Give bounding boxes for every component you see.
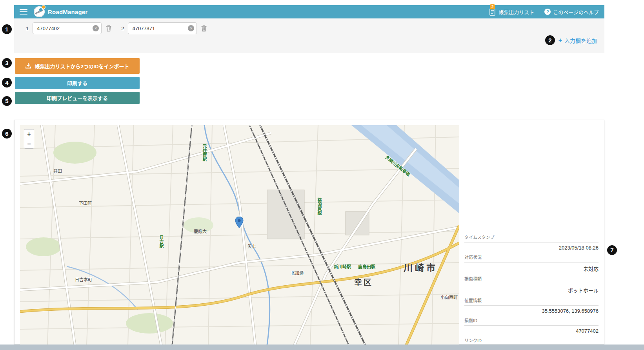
map-label-yagami: 矢上 xyxy=(247,243,256,249)
annotation-badge-2: 2 xyxy=(545,35,555,45)
annotation-badge-3: 3 xyxy=(2,58,12,68)
zoom-out-button[interactable]: − xyxy=(24,139,34,148)
detail-label: 損傷種類 xyxy=(464,275,599,284)
detail-value: ポットホール xyxy=(464,284,599,295)
zoom-in-button[interactable]: + xyxy=(24,129,34,139)
app-logo xyxy=(34,6,45,17)
map-label-motosumiyoshi: 元住吉駅 xyxy=(201,144,207,161)
window-bottom-edge xyxy=(0,345,644,350)
detail-label: 位置情報 xyxy=(464,297,599,306)
map-label-shinkawasaki: 新川崎駅 xyxy=(334,263,351,270)
map-label-hiyoshi-sta: 日吉駅 xyxy=(158,235,164,248)
map-label-kashimada: 鹿島田駅 xyxy=(358,263,375,270)
help-icon: ? xyxy=(544,9,551,15)
damage-id-input-2[interactable] xyxy=(128,22,197,34)
hamburger-menu-icon[interactable] xyxy=(20,9,27,15)
report-list-label: 帳票出力リスト xyxy=(498,8,534,16)
detail-value: 未対応 xyxy=(464,262,599,274)
id-input-row: 1 × 2 × xyxy=(26,22,213,34)
download-icon xyxy=(25,63,31,69)
logo-notification-dot xyxy=(42,5,45,9)
delete-input-1-icon[interactable] xyxy=(106,24,113,32)
detail-row-damage-id: 損傷ID 47077402 xyxy=(464,317,599,335)
header-right: 2 帳票出力リスト ? このページのヘルプ xyxy=(489,8,599,16)
import-ids-button[interactable]: 帳票出力リストから2つのIDをインポート xyxy=(15,58,140,74)
help-label: このページのヘルプ xyxy=(553,8,599,16)
map-label-kawasaki-city: 川崎市 xyxy=(404,261,438,274)
map-label-ida: 井田 xyxy=(53,168,62,174)
print-preview-button[interactable]: 印刷プレビューを表示する xyxy=(15,92,140,104)
annotation-badge-5: 5 xyxy=(2,96,12,106)
input-index-2: 2 xyxy=(121,26,124,31)
add-input-field-label: 入力欄を追加 xyxy=(564,36,597,44)
detail-row-location: 位置情報 35.5553076, 139.658976 xyxy=(464,297,599,315)
app-title: RoadManager xyxy=(48,9,87,15)
page-help-button[interactable]: ? このページのヘルプ xyxy=(544,8,599,16)
add-input-field-button[interactable]: + 入力欄を追加 xyxy=(558,36,597,44)
detail-value: 47077402 xyxy=(464,326,599,335)
app-header: RoadManager 2 帳票出力リスト ? このページのヘルプ xyxy=(14,5,604,18)
id-input-wrap-2: × xyxy=(128,22,197,34)
page: RoadManager 2 帳票出力リスト ? このページのヘルプ xyxy=(0,0,644,350)
detail-row-status: 対応状況 未対応 xyxy=(464,254,599,274)
print-button[interactable]: 印刷する xyxy=(15,77,140,89)
delete-input-2-icon[interactable] xyxy=(201,24,208,32)
id-input-wrap-1: × xyxy=(33,22,102,34)
detail-row-damage-type: 損傷種類 ポットホール xyxy=(464,275,599,295)
import-ids-label: 帳票出力リストから2つのIDをインポート xyxy=(35,62,129,70)
annotation-badge-7: 7 xyxy=(607,245,617,255)
print-label: 印刷する xyxy=(67,79,87,87)
print-preview-label: 印刷プレビューを表示する xyxy=(47,94,108,102)
map-label-komukainishimachi: 小向西町 xyxy=(440,294,458,300)
detail-value: 2023/05/18 08:26 xyxy=(464,242,599,252)
map-view[interactable]: 元住吉駅 井田 下田町 日吉駅 慶應大 矢上 北加瀬 日吉本町 新川崎駅 鹿島田… xyxy=(20,125,459,345)
map-label-kitakase: 北加瀬 xyxy=(291,270,304,276)
id-input-section: 1 × 2 × + 入力欄を追加 xyxy=(14,18,604,53)
annotation-badge-4: 4 xyxy=(2,78,12,88)
map-card: 元住吉駅 井田 下田町 日吉駅 慶應大 矢上 北加瀬 日吉本町 新川崎駅 鹿島田… xyxy=(14,120,604,345)
input-index-1: 1 xyxy=(26,26,29,31)
detail-label: タイムスタンプ xyxy=(464,234,599,242)
detail-label: 対応状況 xyxy=(464,254,599,262)
annotation-badge-1: 1 xyxy=(2,24,12,34)
map-label-saiwai-ward: 幸区 xyxy=(354,276,373,288)
map-label-shimodacho: 下田町 xyxy=(79,200,92,206)
map-label-yokosuka-line: 横須賀線 xyxy=(316,198,322,215)
map-label-keiodai: 慶應大 xyxy=(194,228,207,234)
document-icon: 2 xyxy=(489,8,496,16)
detail-label: 損傷ID xyxy=(464,317,599,326)
report-list-badge: 2 xyxy=(490,4,495,9)
report-list-button[interactable]: 2 帳票出力リスト xyxy=(489,8,534,16)
damage-details-panel: タイムスタンプ 2023/05/18 08:26 対応状況 未対応 損傷種類 ポ… xyxy=(464,234,599,350)
map-zoom-control: + − xyxy=(24,129,34,149)
annotation-badge-6: 6 xyxy=(2,129,12,139)
damage-id-input-1[interactable] xyxy=(33,22,102,34)
detail-row-timestamp: タイムスタンプ 2023/05/18 08:26 xyxy=(464,234,599,252)
damage-location-marker[interactable] xyxy=(235,217,244,228)
detail-value: 35.5553076, 139.658976 xyxy=(464,306,599,315)
map-label-hiyoshihoncho: 日吉本町 xyxy=(75,276,92,283)
plus-icon: + xyxy=(558,37,562,44)
